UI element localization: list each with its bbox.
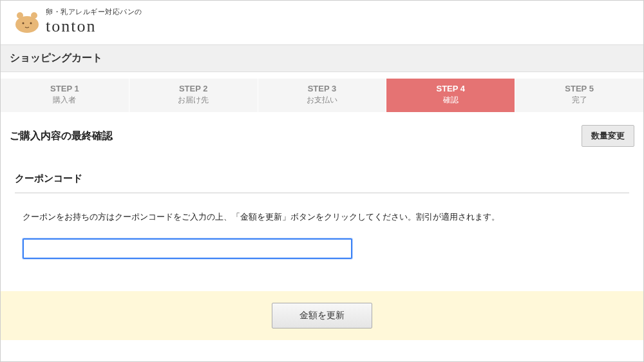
step-label: 確認	[386, 95, 515, 106]
step-2-delivery: STEP 2 お届け先	[129, 79, 258, 112]
step-number: STEP 1	[1, 84, 129, 93]
coupon-title: クーポンコード	[15, 173, 629, 193]
svg-point-4	[30, 22, 32, 24]
logo-icon	[14, 9, 41, 33]
step-5-complete: STEP 5 完了	[515, 79, 643, 112]
step-3-payment: STEP 3 お支払い	[258, 79, 387, 112]
coupon-input-wrap	[23, 238, 629, 259]
coupon-instruction: クーポンをお持ちの方はクーポンコードをご入力の上、「金額を更新」ボタンをクリック…	[23, 211, 629, 223]
logo[interactable]: 卵・乳アレルギー対応パンの tonton	[14, 7, 142, 35]
step-label: 完了	[515, 95, 643, 106]
svg-point-2	[31, 12, 37, 19]
content: ご購入内容の最終確認 数量変更 クーポンコード クーポンをお持ちの方はクーポンコ…	[1, 112, 643, 259]
step-1-purchaser: STEP 1 購入者	[1, 79, 129, 112]
step-number: STEP 2	[129, 84, 258, 93]
update-amount-button[interactable]: 金額を更新	[272, 303, 372, 329]
step-4-confirm: STEP 4 確認	[386, 79, 515, 112]
step-label: 購入者	[1, 95, 129, 106]
step-label: お届け先	[129, 95, 258, 106]
steps-indicator: STEP 1 購入者 STEP 2 お届け先 STEP 3 お支払い STEP …	[1, 79, 643, 112]
confirmation-title: ご購入内容の最終確認	[10, 129, 113, 143]
step-number: STEP 3	[258, 84, 386, 93]
svg-point-3	[23, 22, 24, 24]
coupon-code-input[interactable]	[23, 238, 352, 259]
page-title: ショッピングカート	[1, 44, 643, 72]
step-number: STEP 4	[386, 84, 515, 93]
step-number: STEP 5	[515, 84, 643, 93]
logo-text: 卵・乳アレルギー対応パンの tonton	[46, 7, 142, 35]
svg-point-0	[15, 16, 39, 33]
coupon-section: クーポンコード クーポンをお持ちの方はクーポンコードをご入力の上、「金額を更新」…	[10, 165, 634, 259]
step-label: お支払い	[258, 95, 386, 106]
header: 卵・乳アレルギー対応パンの tonton	[1, 1, 643, 44]
logo-brand-name: tonton	[46, 18, 142, 35]
update-amount-bar: 金額を更新	[1, 291, 643, 340]
svg-point-1	[17, 12, 23, 19]
logo-tagline: 卵・乳アレルギー対応パンの	[46, 7, 142, 17]
confirmation-header: ご購入内容の最終確認 数量変更	[10, 125, 634, 147]
quantity-change-button[interactable]: 数量変更	[582, 125, 634, 147]
